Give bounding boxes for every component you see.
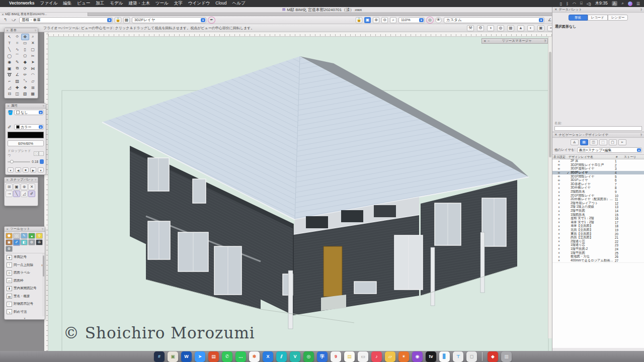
toolset-category-6[interactable]: ▣ (6, 239, 13, 245)
fill-style-dropdown[interactable]: なし ▾ (14, 110, 44, 115)
navigation-tab-icon-5[interactable]: ▢ (609, 139, 617, 145)
zoom-out-icon[interactable]: ⊖ (381, 17, 388, 23)
battery-icon[interactable]: ▯ (560, 2, 562, 6)
navigation-tab-icon-4[interactable]: ⬚ (599, 139, 607, 145)
toolset-tool-1[interactable]: ◈車両記号 (5, 253, 45, 261)
toolset-category-3[interactable]: ✎ (21, 233, 28, 239)
basic-tool-20[interactable]: ➤ (29, 59, 37, 65)
menu-item-10[interactable]: ウインドウ (188, 1, 210, 6)
basic-tool-34[interactable]: ✚ (14, 84, 22, 91)
col-visibility[interactable]: 表示設定 (552, 155, 568, 159)
dock-app-red-app[interactable]: ◆ (488, 351, 498, 362)
hidden-x-icon[interactable]: ✕ (552, 202, 566, 205)
hidden-x-icon[interactable]: ✕ (552, 194, 566, 197)
basic-tool-8[interactable]: ✕ (29, 40, 37, 47)
snap-mode-7[interactable]: ◿ (21, 191, 28, 197)
hidden-x-icon[interactable]: ✕ (552, 251, 566, 254)
attr-nav-button-5[interactable]: ▾ (38, 167, 44, 172)
toolset-category-1[interactable]: ⬟ (6, 233, 13, 239)
hidden-x-icon[interactable]: ✕ (552, 236, 566, 239)
basic-tool-18[interactable]: ✎ (14, 59, 22, 65)
toolset-category-7[interactable]: ✐ (13, 239, 20, 245)
basic-tool-30[interactable]: ▨ (14, 78, 22, 84)
dock-app-translate-app[interactable]: 字 (317, 351, 328, 362)
dock-app-final-cut[interactable]: ⫽ (276, 351, 287, 362)
dock-app-green-app[interactable]: ◎ (303, 351, 314, 362)
other-layers-dropdown[interactable]: 表示+スナップ+編集 ▾ (577, 147, 642, 153)
toolset-category-9[interactable]: ⚙ (28, 239, 35, 245)
menu-item-9[interactable]: 文字 (174, 1, 183, 6)
basic-tool-40[interactable]: ▦ (29, 90, 37, 97)
menu-item-11[interactable]: Cloud (215, 1, 226, 6)
hidden-x-icon[interactable]: ✕ (552, 217, 566, 220)
navigation-tab-icon-3[interactable]: ◫ (590, 139, 598, 145)
forward-arrow-icon[interactable]: ⤻ (11, 17, 17, 23)
resource-manager-bar[interactable]: ✕ − リソースマネージャ ? (481, 38, 548, 44)
basic-tool-11[interactable]: ▯ (21, 46, 29, 53)
basic-tool-29[interactable]: ⌐ (6, 78, 14, 84)
siri-icon[interactable] (628, 2, 632, 6)
toolset-tool-9[interactable]: ➶方位記号 (5, 316, 45, 316)
dock-app-textedit[interactable]: ▭ (358, 351, 368, 362)
basic-tool-22[interactable]: ⧉ (14, 65, 22, 72)
attr-nav-button-1[interactable]: ▾ (8, 167, 14, 172)
palette-header[interactable]: ✕ ツールセット ? (5, 227, 45, 232)
dock-app-facetime[interactable]: ✆ (222, 351, 232, 362)
menu-item-3[interactable]: 編集 (63, 1, 71, 6)
hidden-x-icon[interactable]: ✕ (552, 210, 566, 213)
toolset-category-11[interactable]: ⚙ (6, 246, 13, 252)
palette-header[interactable]: ✕ スナップパレット ? (5, 177, 38, 183)
basic-tool-23[interactable]: ⟳ (21, 65, 29, 72)
basic-tool-7[interactable]: ▭ (21, 40, 29, 47)
visible-eye-icon[interactable]: 👁 (552, 171, 566, 174)
dock-app-keynote[interactable]: ⊤ (453, 351, 463, 362)
hidden-x-icon[interactable]: ✕ (552, 187, 566, 190)
hidden-x-icon[interactable]: ✕ (552, 160, 566, 163)
view-mode-icon-8[interactable]: ▣ (537, 25, 544, 31)
menu-item-7[interactable]: 建築・土木 (128, 1, 150, 6)
class-options-icon[interactable]: 🔒 (115, 17, 121, 23)
toolset-scrollbar[interactable] (42, 253, 45, 316)
toolset-tool-4[interactable]: ▭図面枠 (5, 277, 45, 285)
opacity-button[interactable]: 60%/60% (8, 140, 44, 146)
name-input[interactable] (554, 126, 642, 131)
toolset-category-2[interactable]: ◇ (13, 233, 20, 239)
basic-tool-4[interactable]: ⌕ (29, 34, 37, 40)
pen-style-dropdown[interactable]: カラー ▾ (14, 124, 44, 130)
basic-tool-12[interactable]: ▢ (29, 46, 37, 53)
basic-tool-36[interactable]: ⊞ (29, 84, 37, 91)
basic-tool-32[interactable]: ▱ (29, 78, 37, 84)
palette-header[interactable]: ✕ ナビゲーション - デザインレイヤ ? (552, 132, 644, 138)
spotlight-icon[interactable]: ⌕ (621, 1, 623, 6)
basic-tool-13[interactable]: ◯ (6, 53, 14, 59)
navigation-tab-icon-6[interactable]: ➢ (618, 139, 626, 145)
basic-tool-31[interactable]: ⤡ (21, 78, 29, 84)
basic-tool-39[interactable]: ▧ (21, 90, 29, 97)
view-mode-icon-3[interactable]: ◑ (487, 25, 494, 31)
hidden-x-icon[interactable]: ✕ (552, 259, 566, 262)
eye-icon[interactable]: 👁 (435, 17, 442, 23)
dock-app-x-app[interactable]: X (263, 351, 273, 362)
navigation-tab-icon-2[interactable]: ▤ (580, 139, 588, 145)
dock-app-trash[interactable]: ▥ (501, 351, 512, 362)
slider-knob[interactable] (10, 160, 14, 163)
close-icon[interactable]: ✕ (6, 29, 9, 32)
house-3d-model[interactable]: .p-roof { fill: var(--roof); } .p-roofli… (44, 32, 552, 351)
basic-tool-33[interactable]: ◿ (6, 84, 14, 91)
col-story[interactable]: ストーリ (623, 155, 637, 159)
display-icon[interactable]: ⌸ (580, 1, 583, 6)
dock-app-messages[interactable]: … (235, 351, 246, 362)
basic-tool-9[interactable]: ╲ (6, 46, 14, 53)
hidden-x-icon[interactable]: ✕ (552, 213, 566, 216)
active-class-dropdown[interactable]: 屋根・車庫 ▾ (19, 17, 113, 23)
view-mode-icon-6[interactable]: ▲ (517, 25, 524, 31)
design-layer-row[interactable]: ✕400mmで走るロジアム動画…27 (552, 258, 644, 262)
dock-app-music[interactable]: ♪ (371, 351, 382, 362)
dropshadow-toggle[interactable]: ▢ (34, 151, 39, 156)
hidden-x-icon[interactable]: ✕ (552, 232, 566, 235)
basic-tool-21[interactable]: ▣ (6, 65, 14, 72)
close-icon[interactable]: ✕ (6, 178, 9, 182)
basic-tool-15[interactable]: ⬠ (21, 53, 29, 59)
pen-color-bar[interactable] (8, 132, 44, 138)
hidden-x-icon[interactable]: ✕ (552, 240, 566, 243)
